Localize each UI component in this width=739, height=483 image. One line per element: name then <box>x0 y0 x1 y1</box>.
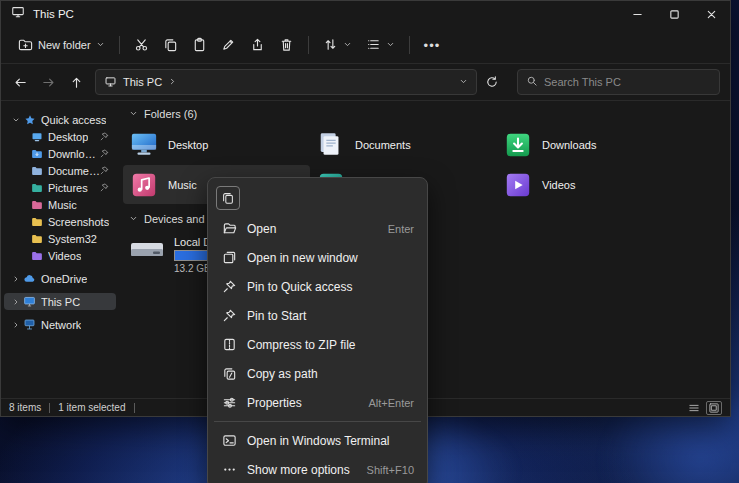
music-icon <box>128 170 160 200</box>
refresh-button[interactable] <box>479 69 505 95</box>
downloads-icon <box>502 130 534 160</box>
copy-button[interactable] <box>156 32 185 59</box>
menu-item-show-more-options[interactable]: Show more options Shift+F10 <box>212 455 423 483</box>
terminal-icon <box>221 433 237 448</box>
menu-item-pin-to-start[interactable]: Pin to Start <box>212 301 423 330</box>
rename-button[interactable] <box>214 32 243 59</box>
delete-button[interactable] <box>272 32 301 59</box>
sort-icon <box>323 37 338 54</box>
sidebar-item-music[interactable]: Music <box>4 196 116 213</box>
pin-icon <box>100 166 109 175</box>
chevron-down-icon <box>129 213 138 225</box>
folder-tile-videos[interactable]: Videos <box>497 165 684 204</box>
menu-item-shortcut: Enter <box>388 223 414 235</box>
pin-icon <box>100 183 109 192</box>
minimize-button[interactable] <box>619 1 656 27</box>
sidebar-item-documents[interactable]: Documents <box>4 162 116 179</box>
menu-item-copy-as-path[interactable]: Copy as path <box>212 359 423 388</box>
menu-item-label: Compress to ZIP file <box>247 338 404 352</box>
context-menu-icon-bar <box>212 182 423 214</box>
sidebar-item-onedrive[interactable]: OneDrive <box>4 270 116 287</box>
chevron-right-icon[interactable] <box>10 275 22 283</box>
paste-button[interactable] <box>185 32 214 59</box>
sidebar-item-downloads[interactable]: Downloads <box>4 145 116 162</box>
selection-count: 1 item selected <box>58 402 125 413</box>
sidebar-item-desktop[interactable]: Desktop <box>4 128 116 145</box>
command-bar: New folder <box>1 27 730 64</box>
window-controls <box>619 1 730 27</box>
maximize-button[interactable] <box>656 1 693 27</box>
menu-item-open-in-windows-terminal[interactable]: Open in Windows Terminal <box>212 426 423 455</box>
sidebar-item-label: Videos <box>48 250 81 262</box>
chevron-right-icon[interactable] <box>10 298 22 306</box>
new-window-icon <box>221 250 237 265</box>
downloads-folder-icon <box>29 148 44 160</box>
system32-folder-icon <box>29 233 44 245</box>
view-button[interactable] <box>359 32 402 59</box>
sort-button[interactable] <box>316 32 359 59</box>
item-count: 8 items <box>9 402 41 413</box>
sidebar-item-quick-access[interactable]: Quick access <box>4 111 116 128</box>
sidebar-item-label: Screenshots <box>48 216 109 228</box>
share-button[interactable] <box>243 32 272 59</box>
menu-item-compress-to-zip[interactable]: Compress to ZIP file <box>212 330 423 359</box>
sidebar-item-pictures[interactable]: Pictures <box>4 179 116 196</box>
copy-button[interactable] <box>216 186 240 210</box>
sidebar-item-network[interactable]: Network <box>4 316 116 333</box>
desktop-icon <box>29 131 44 143</box>
menu-item-open-in-new-window[interactable]: Open in new window <box>212 243 423 272</box>
screenshots-folder-icon <box>29 216 44 228</box>
sidebar-item-label: This PC <box>41 296 80 308</box>
menu-item-open[interactable]: Open Enter <box>212 214 423 243</box>
hard-drive-icon <box>128 235 166 267</box>
folder-tile-downloads[interactable]: Downloads <box>497 125 684 164</box>
forward-button[interactable] <box>35 69 61 95</box>
quick-access-star-icon <box>22 114 37 126</box>
menu-item-label: Copy as path <box>247 367 404 381</box>
pin-icon <box>100 132 109 141</box>
sidebar-item-this-pc[interactable]: This PC <box>4 293 116 310</box>
sidebar-item-label: Network <box>41 319 81 331</box>
back-button[interactable] <box>7 69 33 95</box>
sidebar-item-system32[interactable]: System32 <box>4 230 116 247</box>
cut-button[interactable] <box>127 32 156 59</box>
chevron-down-icon[interactable] <box>10 116 22 124</box>
new-folder-label: New folder <box>38 39 91 51</box>
chevron-right-icon[interactable] <box>168 76 177 88</box>
see-more-button[interactable]: ••• <box>417 33 448 58</box>
more-options-icon <box>221 462 237 477</box>
chevron-right-icon[interactable] <box>10 321 22 329</box>
sidebar-item-screenshots[interactable]: Screenshots <box>4 213 116 230</box>
music-folder-icon <box>29 199 44 211</box>
close-button[interactable] <box>693 1 730 27</box>
videos-icon <box>502 170 534 200</box>
folder-tile-label: Documents <box>355 139 411 151</box>
address-bar[interactable]: This PC <box>95 69 477 95</box>
folder-tile-documents[interactable]: Documents <box>310 125 497 164</box>
onedrive-cloud-icon <box>22 272 37 285</box>
sidebar-item-videos[interactable]: Videos <box>4 247 116 264</box>
chevron-down-icon <box>129 108 138 120</box>
details-view-icon[interactable] <box>686 401 702 415</box>
folder-tile-desktop[interactable]: Desktop <box>123 125 310 164</box>
address-dropdown-icon[interactable] <box>459 76 468 88</box>
chevron-down-icon <box>96 39 105 51</box>
new-folder-button[interactable]: New folder <box>11 32 112 59</box>
search-icon <box>526 73 538 91</box>
sidebar-item-label: Desktop <box>48 131 88 143</box>
menu-item-label: Open <box>247 222 378 236</box>
breadcrumb[interactable]: This PC <box>123 76 162 88</box>
folders-section-header[interactable]: Folders (6) <box>123 103 730 125</box>
folder-tile-label: Videos <box>542 179 575 191</box>
up-button[interactable] <box>63 69 89 95</box>
toolbar-separator <box>308 36 309 54</box>
menu-item-pin-to-quick-access[interactable]: Pin to Quick access <box>212 272 423 301</box>
menu-item-properties[interactable]: Properties Alt+Enter <box>212 388 423 417</box>
search-input[interactable] <box>544 76 711 88</box>
thumbnail-view-icon[interactable] <box>706 401 722 415</box>
sidebar-item-label: System32 <box>48 233 97 245</box>
menu-item-label: Show more options <box>247 463 357 477</box>
search-box[interactable] <box>517 69 720 95</box>
folder-tile-label: Music <box>168 179 197 191</box>
status-separator <box>49 403 50 413</box>
